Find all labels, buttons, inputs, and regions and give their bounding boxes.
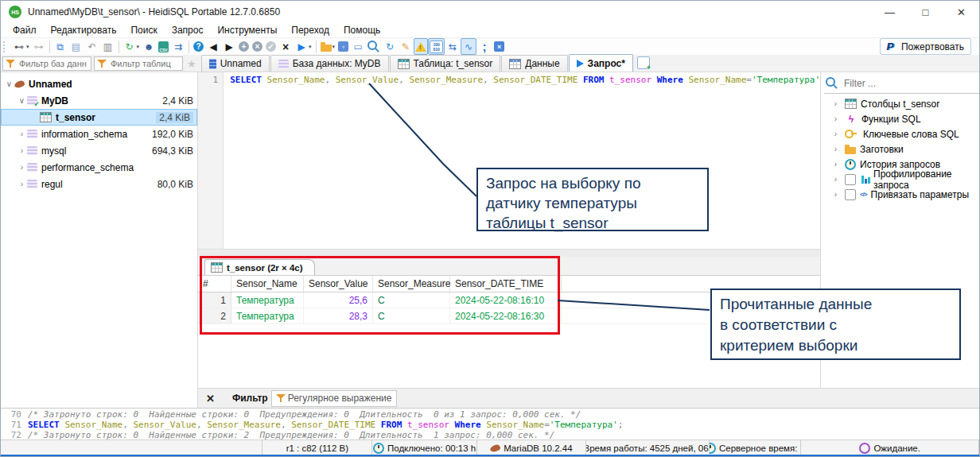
tree-chevron-icon[interactable]: › [830, 190, 841, 199]
helper-item-столбцы-t_sensor[interactable]: ›Столбцы t_sensor [824, 96, 979, 111]
column-header-num[interactable]: # [198, 276, 231, 292]
find-again-button[interactable]: ↻ [382, 38, 398, 55]
save-button[interactable]: ▫ [336, 38, 350, 55]
go-first-button[interactable]: ◀ [205, 38, 221, 55]
helper-item-привязать-параметры[interactable]: ›</>Привязать параметры [824, 187, 979, 202]
cell-dt[interactable]: 2024-05-22-08:16:30 [450, 308, 562, 323]
data-transfer-button[interactable]: ⇉ [170, 38, 186, 55]
close-filter-icon[interactable]: ✕ [206, 393, 215, 405]
tree-item-Unnamed[interactable]: ∨Unnamed [1, 76, 197, 92]
cell-meas[interactable]: C [373, 292, 450, 308]
helper-item-ключевые-слова-sql[interactable]: ›Ключевые слова SQL [824, 126, 979, 141]
cancel-editing-button[interactable]: × [278, 38, 294, 55]
helper-item-профилирование-запроса[interactable]: ›Профилирование запроса [824, 172, 979, 187]
helper-filter[interactable] [824, 76, 979, 94]
tab-unnamed[interactable]: Unnamed [201, 55, 270, 72]
menu-item[interactable]: Поиск [123, 25, 164, 36]
database-filter-field[interactable] [18, 58, 88, 69]
tab-запрос-[interactable]: Запрос* [569, 54, 633, 72]
menu-item[interactable]: Запрос [165, 25, 211, 36]
tree-chevron-icon[interactable]: › [830, 175, 841, 184]
tree-item-regul[interactable]: ›regul80,0 KiB [1, 176, 197, 192]
copy-button[interactable]: ⧉ [52, 38, 68, 55]
favorites-star-icon[interactable]: ★ [187, 58, 196, 70]
column-header-Sensor_Name[interactable]: Sensor_Name [231, 276, 304, 292]
checkbox[interactable] [845, 189, 856, 200]
tree-item-information_schema[interactable]: ›information_schema192,0 KiB [1, 126, 197, 142]
tree-chevron-icon[interactable]: › [830, 160, 841, 168]
open-file-button[interactable]: ▾ [319, 38, 337, 55]
undo-button[interactable]: ↶ [84, 38, 100, 55]
tab-база-данных-mydb[interactable]: База данных: MyDB [270, 55, 389, 72]
table-filter-input[interactable] [94, 56, 183, 71]
find-button[interactable] [366, 38, 382, 55]
table-filter-field[interactable] [109, 58, 180, 69]
tree-chevron-icon[interactable]: › [17, 180, 27, 188]
tree-item-performance_schema[interactable]: ›performance_schema [1, 159, 197, 176]
session-manager-button[interactable]: ☻ [141, 38, 157, 55]
tree-chevron-icon[interactable]: › [830, 130, 841, 138]
column-header-Sensor_Measure[interactable]: Sensor_Measure [373, 276, 450, 292]
cell-name[interactable]: Температура [231, 292, 304, 308]
donate-button[interactable]: P Пожертвовать [880, 38, 971, 55]
close-button[interactable]: ✕ [943, 1, 979, 23]
binary-view-button[interactable]: 100010 [428, 38, 445, 55]
cell-dt[interactable]: 2024-05-22-08:16:10 [450, 292, 562, 308]
new-query-tab-button[interactable] [637, 56, 650, 69]
tree-chevron-icon[interactable]: › [17, 130, 27, 138]
warnings-button[interactable] [414, 38, 428, 55]
menu-item[interactable]: Помощь [336, 25, 387, 36]
tree-chevron-icon[interactable]: › [17, 146, 27, 155]
semicolon-button[interactable]: ; [476, 38, 492, 55]
cell-num[interactable]: 1 [198, 292, 231, 308]
tree-chevron-icon[interactable]: ∨ [17, 96, 27, 105]
results-tab[interactable]: t_sensor (2r × 4c) [204, 259, 315, 275]
new-window-button[interactable]: ▭ [350, 38, 366, 55]
cell-meas[interactable]: C [373, 308, 450, 323]
connect-button[interactable]: ⊷▾ [11, 38, 31, 55]
menu-item[interactable]: Редактировать [44, 25, 124, 36]
database-filter-input[interactable] [2, 56, 91, 71]
word-wrap-button[interactable]: ⇆ [445, 38, 461, 55]
menu-item[interactable]: Файл [6, 25, 44, 36]
checkbox[interactable] [845, 174, 856, 185]
cell-val[interactable]: 28,3 [304, 308, 373, 323]
menu-item[interactable]: Переход [284, 25, 336, 36]
column-header-Sensor_DATE_TIME[interactable]: Sensor_DATE_TIME [450, 276, 562, 292]
tree-chevron-icon[interactable]: › [830, 99, 841, 108]
menu-item[interactable]: Инструменты [210, 25, 284, 36]
maximize-button[interactable]: □ [908, 1, 943, 23]
run-query-button[interactable]: ▶▾ [294, 38, 313, 55]
reformat-button[interactable]: ∿ [461, 38, 476, 55]
column-header-Sensor_Value[interactable]: Sensor_Value [304, 276, 373, 292]
helper-item-заготовки[interactable]: ›Заготовки [824, 141, 979, 157]
add-record-button[interactable]: + [237, 38, 251, 55]
helper-filter-field[interactable] [842, 77, 965, 90]
cell-name[interactable]: Температура [231, 308, 304, 323]
help-button[interactable]: ? [192, 38, 205, 55]
tab-таблица-t_sensor[interactable]: Таблица: t_sensor [390, 55, 501, 72]
refresh-button[interactable]: ↻▾ [122, 38, 142, 55]
minimize-button[interactable]: — [872, 1, 908, 23]
export-csv-button[interactable]: CSV [157, 38, 170, 55]
paste-button[interactable]: ▤ [68, 38, 84, 55]
tree-chevron-icon[interactable]: › [830, 145, 841, 153]
delete-record-button[interactable]: × [251, 38, 264, 55]
cell-num[interactable]: 2 [198, 308, 231, 323]
tree-item-t_sensor[interactable]: t_sensor2,4 KiB [1, 109, 197, 126]
tree-item-mysql[interactable]: ›mysql694,3 KiB [1, 142, 197, 159]
regex-filter-input[interactable]: Регулярное выражение [271, 390, 397, 407]
print-button[interactable]: ▥ [100, 38, 116, 55]
cell-val[interactable]: 25,6 [304, 292, 373, 308]
close-query-button[interactable]: × [492, 38, 506, 55]
go-last-button[interactable]: ▶ [221, 38, 237, 55]
disconnect-button[interactable]: ⊶ [31, 38, 47, 55]
tree-chevron-icon[interactable]: › [830, 114, 841, 123]
clean-button[interactable]: ✎ [398, 38, 414, 55]
helper-item-функции-sql[interactable]: ›ϟФункции SQL [824, 111, 979, 126]
post-record-button[interactable]: ✓ [264, 38, 278, 55]
tree-item-MyDB[interactable]: ∨✓MyDB2,4 KiB [1, 92, 197, 109]
tree-chevron-icon[interactable]: ∨ [4, 79, 14, 88]
tree-chevron-icon[interactable]: › [17, 163, 27, 172]
tab-данные[interactable]: Данные [501, 55, 567, 72]
